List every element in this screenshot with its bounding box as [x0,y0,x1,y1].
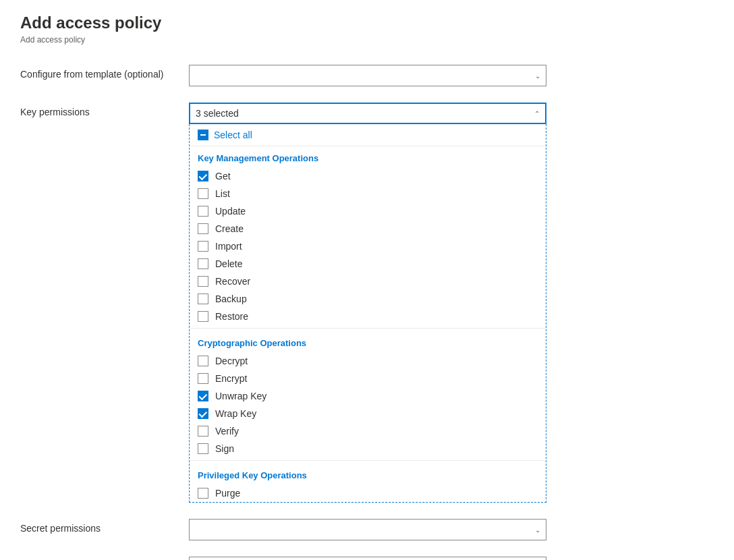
backup-checkbox[interactable] [198,293,208,304]
sign-checkbox[interactable] [198,443,208,454]
certificate-permissions-control: ⌄ [189,557,546,560]
recover-label: Recover [215,276,250,287]
page-title: Add access policy [20,13,714,32]
import-checkbox[interactable] [198,241,208,252]
checkbox-wrap-key[interactable]: Wrap Key [190,405,546,422]
restore-label: Restore [215,311,248,322]
checkbox-get[interactable]: Get [190,167,546,185]
chevron-down-icon: ⌄ [535,72,540,80]
configure-template-control: ⌄ [189,65,546,86]
create-label: Create [215,223,244,234]
delete-label: Delete [215,258,242,269]
key-permissions-selected-text: 3 selected [196,108,239,119]
get-label: Get [215,171,231,181]
get-checkbox[interactable] [198,171,208,181]
certificate-permissions-label: Certificate permissions [20,557,175,560]
section-divider-2 [190,460,546,461]
update-label: Update [215,206,246,217]
checkbox-decrypt[interactable]: Decrypt [190,352,546,370]
update-checkbox[interactable] [198,206,208,217]
key-permissions-row: Key permissions 3 selected ⌃ Select all … [20,103,546,503]
secret-permissions-row: Secret permissions ⌄ [20,519,546,540]
key-permissions-label: Key permissions [20,103,175,117]
configure-template-dropdown[interactable]: ⌄ [189,65,546,86]
checkbox-encrypt[interactable]: Encrypt [190,370,546,387]
key-permissions-control: 3 selected ⌃ Select all Key Management O… [189,103,546,503]
certificate-permissions-dropdown[interactable]: ⌄ [189,557,546,560]
checkbox-import[interactable]: Import [190,237,546,255]
verify-label: Verify [215,426,239,437]
checkbox-recover[interactable]: Recover [190,273,546,290]
purge-label: Purge [215,488,240,499]
key-permissions-dropdown[interactable]: 3 selected ⌃ [189,103,546,124]
checkbox-list[interactable]: List [190,185,546,202]
delete-checkbox[interactable] [198,258,208,269]
checkbox-restore[interactable]: Restore [190,308,546,325]
unwrap-key-checkbox[interactable] [198,391,208,401]
section-divider-1 [190,328,546,329]
form-section: Configure from template (optional) ⌄ Key… [20,65,546,560]
checkbox-backup[interactable]: Backup [190,290,546,308]
key-permissions-panel: Select all Key Management Operations Get… [189,124,546,503]
unwrap-key-label: Unwrap Key [215,391,266,401]
encrypt-checkbox[interactable] [198,373,208,384]
restore-checkbox[interactable] [198,311,208,322]
verify-checkbox[interactable] [198,426,208,437]
checkbox-sign[interactable]: Sign [190,440,546,457]
select-all-row[interactable]: Select all [190,124,546,146]
checkbox-update[interactable]: Update [190,202,546,220]
list-checkbox[interactable] [198,188,208,199]
breadcrumb: Add access policy [20,35,714,45]
create-checkbox[interactable] [198,223,208,234]
checkbox-unwrap-key[interactable]: Unwrap Key [190,387,546,405]
secret-permissions-label: Secret permissions [20,519,175,534]
encrypt-label: Encrypt [215,373,247,384]
select-all-checkbox[interactable] [198,130,208,140]
configure-template-label: Configure from template (optional) [20,65,175,80]
import-label: Import [215,241,242,252]
configure-template-row: Configure from template (optional) ⌄ [20,65,546,86]
list-label: List [215,188,230,199]
checkbox-purge[interactable]: Purge [190,484,546,502]
decrypt-checkbox[interactable] [198,356,208,366]
privileged-header: Privileged Key Operations [190,464,546,484]
backup-label: Backup [215,293,247,304]
checkbox-delete[interactable]: Delete [190,255,546,273]
checkbox-create[interactable]: Create [190,220,546,237]
wrap-key-checkbox[interactable] [198,408,208,419]
chevron-down-icon-secret: ⌄ [535,526,540,534]
certificate-permissions-row: Certificate permissions ⌄ [20,557,546,560]
secret-permissions-dropdown[interactable]: ⌄ [189,519,546,540]
cryptographic-header: Cryptographic Operations [190,331,546,352]
select-all-label: Select all [214,130,252,140]
checkbox-verify[interactable]: Verify [190,422,546,440]
secret-permissions-control: ⌄ [189,519,546,540]
chevron-up-icon: ⌃ [534,110,540,117]
decrypt-label: Decrypt [215,356,248,366]
wrap-key-label: Wrap Key [215,408,256,419]
recover-checkbox[interactable] [198,276,208,287]
purge-checkbox[interactable] [198,488,208,499]
key-management-header: Key Management Operations [190,146,546,167]
sign-label: Sign [215,443,234,454]
